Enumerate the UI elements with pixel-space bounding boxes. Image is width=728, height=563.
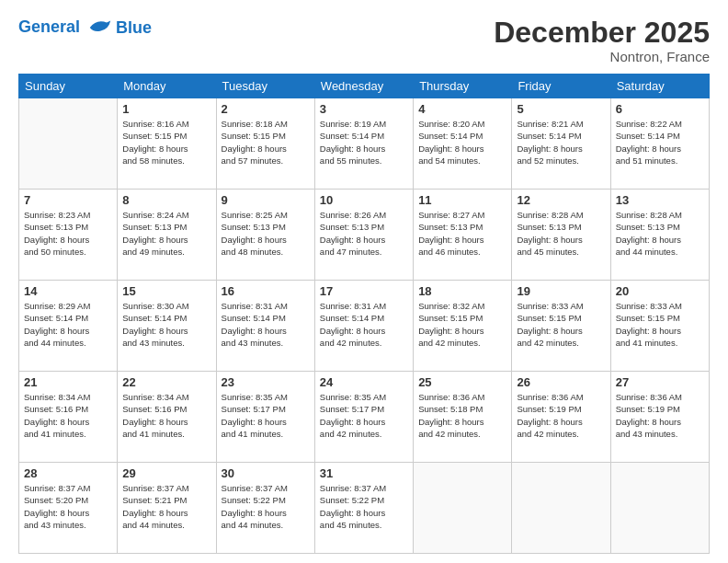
calendar-week-row: 28Sunrise: 8:37 AMSunset: 5:20 PMDayligh…: [19, 463, 710, 554]
day-number: 12: [517, 193, 605, 207]
table-row: [19, 98, 118, 190]
col-wednesday: Wednesday: [314, 75, 413, 98]
table-row: 14Sunrise: 8:29 AMSunset: 5:14 PMDayligh…: [19, 281, 118, 372]
day-number: 2: [222, 102, 310, 116]
day-number: 17: [320, 284, 408, 298]
table-row: 22Sunrise: 8:34 AMSunset: 5:16 PMDayligh…: [118, 372, 216, 463]
day-info: Sunrise: 8:36 AMSunset: 5:19 PMDaylight:…: [616, 391, 704, 440]
day-number: 18: [418, 284, 506, 298]
table-row: [414, 463, 512, 554]
day-info: Sunrise: 8:30 AMSunset: 5:14 PMDaylight:…: [122, 300, 210, 349]
header: General Blue December 2025 Nontron, Fran…: [18, 17, 710, 64]
day-info: Sunrise: 8:36 AMSunset: 5:18 PMDaylight:…: [418, 391, 506, 440]
table-row: 26Sunrise: 8:36 AMSunset: 5:19 PMDayligh…: [512, 372, 610, 463]
day-number: 25: [418, 375, 506, 389]
day-info: Sunrise: 8:36 AMSunset: 5:19 PMDaylight:…: [517, 391, 605, 440]
day-info: Sunrise: 8:31 AMSunset: 5:14 PMDaylight:…: [320, 300, 408, 349]
calendar-week-row: 21Sunrise: 8:34 AMSunset: 5:16 PMDayligh…: [19, 372, 710, 463]
day-info: Sunrise: 8:35 AMSunset: 5:17 PMDaylight:…: [320, 391, 408, 440]
col-thursday: Thursday: [414, 75, 512, 98]
table-row: 23Sunrise: 8:35 AMSunset: 5:17 PMDayligh…: [216, 372, 314, 463]
table-row: 29Sunrise: 8:37 AMSunset: 5:21 PMDayligh…: [118, 463, 216, 554]
calendar-week-row: 1Sunrise: 8:16 AMSunset: 5:15 PMDaylight…: [19, 98, 710, 190]
day-info: Sunrise: 8:37 AMSunset: 5:22 PMDaylight:…: [222, 482, 310, 531]
calendar-week-row: 7Sunrise: 8:23 AMSunset: 5:13 PMDaylight…: [19, 190, 710, 281]
col-saturday: Saturday: [610, 75, 709, 98]
day-info: Sunrise: 8:35 AMSunset: 5:17 PMDaylight:…: [222, 391, 310, 440]
table-row: 15Sunrise: 8:30 AMSunset: 5:14 PMDayligh…: [118, 281, 216, 372]
table-row: 8Sunrise: 8:24 AMSunset: 5:13 PMDaylight…: [118, 190, 216, 281]
table-row: 20Sunrise: 8:33 AMSunset: 5:15 PMDayligh…: [610, 281, 709, 372]
logo-bird-icon: [86, 17, 114, 39]
day-info: Sunrise: 8:18 AMSunset: 5:15 PMDaylight:…: [222, 118, 310, 167]
table-row: 1Sunrise: 8:16 AMSunset: 5:15 PMDaylight…: [118, 98, 216, 190]
col-friday: Friday: [512, 75, 610, 98]
day-number: 28: [24, 466, 112, 480]
logo-general: General: [18, 17, 80, 36]
table-row: 25Sunrise: 8:36 AMSunset: 5:18 PMDayligh…: [414, 372, 512, 463]
day-number: 4: [418, 102, 506, 116]
table-row: 24Sunrise: 8:35 AMSunset: 5:17 PMDayligh…: [314, 372, 413, 463]
table-row: 27Sunrise: 8:36 AMSunset: 5:19 PMDayligh…: [610, 372, 709, 463]
table-row: 2Sunrise: 8:18 AMSunset: 5:15 PMDaylight…: [216, 98, 314, 190]
day-number: 26: [517, 375, 605, 389]
day-info: Sunrise: 8:20 AMSunset: 5:14 PMDaylight:…: [418, 118, 506, 167]
table-row: 4Sunrise: 8:20 AMSunset: 5:14 PMDaylight…: [414, 98, 512, 190]
day-info: Sunrise: 8:25 AMSunset: 5:13 PMDaylight:…: [222, 209, 310, 258]
day-number: 13: [616, 193, 704, 207]
table-row: 30Sunrise: 8:37 AMSunset: 5:22 PMDayligh…: [216, 463, 314, 554]
day-number: 11: [418, 193, 506, 207]
table-row: 28Sunrise: 8:37 AMSunset: 5:20 PMDayligh…: [19, 463, 118, 554]
day-info: Sunrise: 8:34 AMSunset: 5:16 PMDaylight:…: [122, 391, 210, 440]
day-number: 23: [222, 375, 310, 389]
day-info: Sunrise: 8:26 AMSunset: 5:13 PMDaylight:…: [320, 209, 408, 258]
day-info: Sunrise: 8:31 AMSunset: 5:14 PMDaylight:…: [222, 300, 310, 349]
logo-blue: Blue: [116, 18, 152, 38]
day-number: 16: [222, 284, 310, 298]
table-row: [610, 463, 709, 554]
table-row: 31Sunrise: 8:37 AMSunset: 5:22 PMDayligh…: [314, 463, 413, 554]
table-row: 13Sunrise: 8:28 AMSunset: 5:13 PMDayligh…: [610, 190, 709, 281]
col-sunday: Sunday: [19, 75, 118, 98]
day-number: 20: [616, 284, 704, 298]
table-row: 7Sunrise: 8:23 AMSunset: 5:13 PMDaylight…: [19, 190, 118, 281]
calendar-page: General Blue December 2025 Nontron, Fran…: [0, 0, 728, 563]
day-info: Sunrise: 8:21 AMSunset: 5:14 PMDaylight:…: [517, 118, 605, 167]
day-info: Sunrise: 8:37 AMSunset: 5:21 PMDaylight:…: [122, 482, 210, 531]
table-row: 10Sunrise: 8:26 AMSunset: 5:13 PMDayligh…: [314, 190, 413, 281]
day-number: 9: [222, 193, 310, 207]
day-number: 1: [122, 102, 210, 116]
calendar-table: Sunday Monday Tuesday Wednesday Thursday…: [18, 74, 710, 554]
title-area: December 2025 Nontron, France: [494, 17, 710, 64]
calendar-week-row: 14Sunrise: 8:29 AMSunset: 5:14 PMDayligh…: [19, 281, 710, 372]
location: Nontron, France: [494, 49, 710, 64]
col-monday: Monday: [118, 75, 216, 98]
day-info: Sunrise: 8:22 AMSunset: 5:14 PMDaylight:…: [616, 118, 704, 167]
day-number: 19: [517, 284, 605, 298]
day-number: 27: [616, 375, 704, 389]
day-number: 21: [24, 375, 112, 389]
table-row: 16Sunrise: 8:31 AMSunset: 5:14 PMDayligh…: [216, 281, 314, 372]
table-row: 12Sunrise: 8:28 AMSunset: 5:13 PMDayligh…: [512, 190, 610, 281]
table-row: [512, 463, 610, 554]
day-number: 6: [616, 102, 704, 116]
table-row: 11Sunrise: 8:27 AMSunset: 5:13 PMDayligh…: [414, 190, 512, 281]
day-number: 5: [517, 102, 605, 116]
month-title: December 2025: [494, 17, 710, 49]
table-row: 18Sunrise: 8:32 AMSunset: 5:15 PMDayligh…: [414, 281, 512, 372]
day-info: Sunrise: 8:33 AMSunset: 5:15 PMDaylight:…: [616, 300, 704, 349]
day-number: 15: [122, 284, 210, 298]
day-info: Sunrise: 8:16 AMSunset: 5:15 PMDaylight:…: [122, 118, 210, 167]
day-info: Sunrise: 8:29 AMSunset: 5:14 PMDaylight:…: [24, 300, 112, 349]
day-info: Sunrise: 8:27 AMSunset: 5:13 PMDaylight:…: [418, 209, 506, 258]
day-number: 22: [122, 375, 210, 389]
day-number: 8: [122, 193, 210, 207]
day-number: 10: [320, 193, 408, 207]
day-info: Sunrise: 8:28 AMSunset: 5:13 PMDaylight:…: [616, 209, 704, 258]
day-number: 30: [222, 466, 310, 480]
table-row: 17Sunrise: 8:31 AMSunset: 5:14 PMDayligh…: [314, 281, 413, 372]
table-row: 6Sunrise: 8:22 AMSunset: 5:14 PMDaylight…: [610, 98, 709, 190]
logo: General Blue: [18, 17, 152, 39]
col-tuesday: Tuesday: [216, 75, 314, 98]
day-number: 31: [320, 466, 408, 480]
